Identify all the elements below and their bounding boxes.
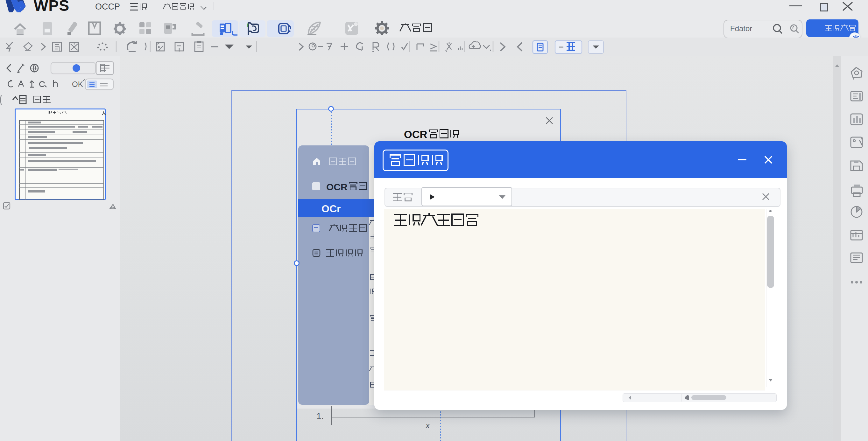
svg-text:OK: OK bbox=[72, 80, 83, 89]
